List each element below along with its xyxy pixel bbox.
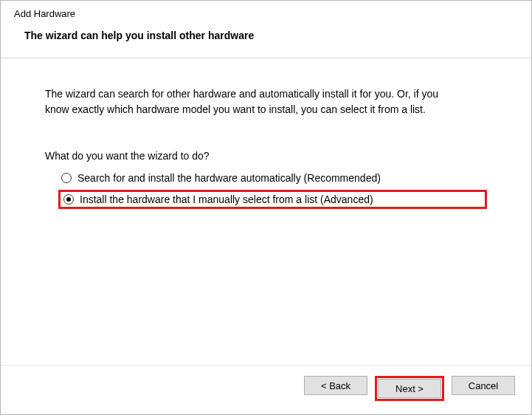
wizard-footer: < Back Next > Cancel [1,365,531,414]
cancel-button[interactable]: Cancel [452,376,515,395]
option-auto-search-label: Search for and install the hardware auto… [77,172,381,184]
wizard-body: The wizard can search for other hardware… [1,58,531,365]
wizard-header: Add Hardware The wizard can help you ins… [1,1,531,58]
back-button-wrap: < Back [304,376,367,401]
wizard-description: The wizard can search for other hardware… [45,86,458,117]
cancel-button-wrap: Cancel [452,376,515,401]
option-auto-search[interactable]: Search for and install the hardware auto… [58,171,487,185]
option-manual-select[interactable]: Install the hardware that I manually sel… [58,190,487,209]
window-title: Add Hardware [14,8,518,19]
next-button[interactable]: Next > [378,379,441,398]
radio-icon [63,194,74,205]
radio-selected-dot [66,197,71,202]
option-group: Search for and install the hardware auto… [58,171,487,209]
wizard-subtitle: The wizard can help you install other ha… [24,30,518,41]
add-hardware-wizard: Add Hardware The wizard can help you ins… [0,0,532,415]
option-manual-select-label: Install the hardware that I manually sel… [80,193,373,205]
radio-icon [61,173,72,183]
back-button[interactable]: < Back [304,376,367,395]
wizard-prompt: What do you want the wizard to do? [45,150,487,162]
next-button-wrap: Next > [375,376,444,401]
